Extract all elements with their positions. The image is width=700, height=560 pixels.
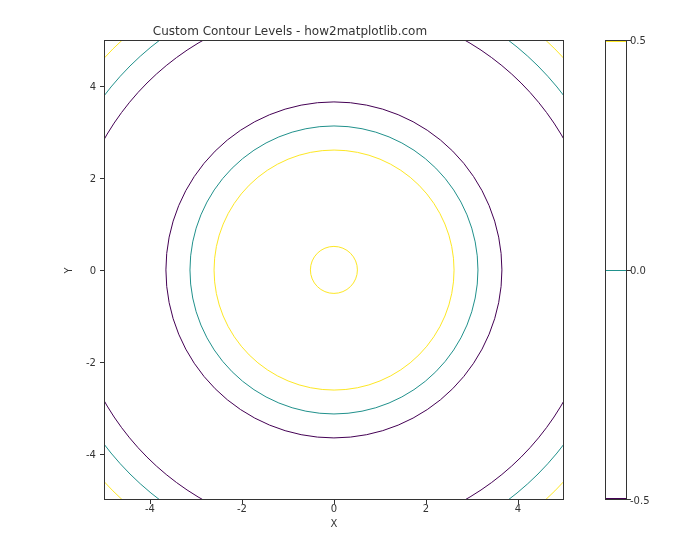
figure: Custom Contour Levels - how2matplotlib.c… xyxy=(0,0,700,560)
colorbar xyxy=(605,40,627,500)
colorbar-tick-label: 0.5 xyxy=(630,35,646,46)
contour-level-pos05-r2 xyxy=(104,40,564,500)
xtick-label: 4 xyxy=(515,503,521,514)
x-axis-label: X xyxy=(104,518,564,529)
ytick-mark xyxy=(100,270,104,271)
y-axis-label: Y xyxy=(62,40,74,500)
chart-title: Custom Contour Levels - how2matplotlib.c… xyxy=(0,24,580,38)
ytick-mark xyxy=(100,454,104,455)
colorbar-tick-label: -0.5 xyxy=(630,495,650,506)
ytick-mark xyxy=(100,86,104,87)
ytick-label: 4 xyxy=(90,81,96,92)
xtick-label: -4 xyxy=(145,503,155,514)
plot-area xyxy=(104,40,564,500)
ytick-label: 2 xyxy=(90,173,96,184)
colorbar-tick-label: 0.0 xyxy=(630,265,646,276)
xtick-label: 0 xyxy=(331,503,337,514)
ytick-mark xyxy=(100,362,104,363)
ytick-label: -4 xyxy=(86,449,96,460)
xtick-label: -2 xyxy=(237,503,247,514)
colorbar-line-lo xyxy=(606,498,626,499)
ytick-label: 0 xyxy=(90,265,96,276)
colorbar-line-mid xyxy=(606,270,626,271)
ytick-mark xyxy=(100,178,104,179)
colorbar-line-hi xyxy=(606,41,626,42)
xtick-label: 2 xyxy=(423,503,429,514)
ytick-label: -2 xyxy=(86,357,96,368)
